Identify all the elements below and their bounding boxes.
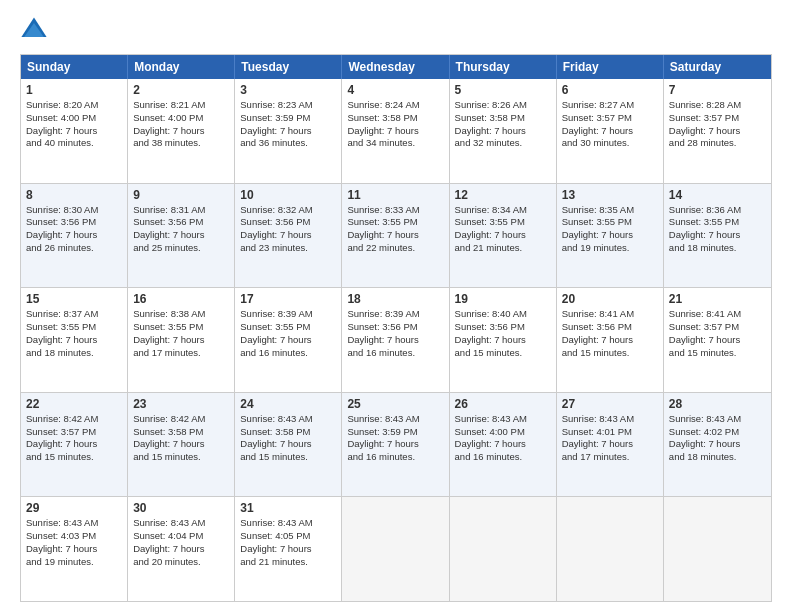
cell-line: and 19 minutes. <box>26 556 122 569</box>
day-number: 19 <box>455 292 551 306</box>
day-number: 22 <box>26 397 122 411</box>
day-cell-30: 30Sunrise: 8:43 AMSunset: 4:04 PMDayligh… <box>128 497 235 601</box>
day-number: 11 <box>347 188 443 202</box>
cell-line: Sunset: 3:55 PM <box>669 216 766 229</box>
day-cell-1: 1Sunrise: 8:20 AMSunset: 4:00 PMDaylight… <box>21 79 128 183</box>
calendar-body: 1Sunrise: 8:20 AMSunset: 4:00 PMDaylight… <box>21 79 771 601</box>
cell-line: and 23 minutes. <box>240 242 336 255</box>
cell-line: Sunset: 4:03 PM <box>26 530 122 543</box>
cell-line: Daylight: 7 hours <box>562 125 658 138</box>
day-cell-7: 7Sunrise: 8:28 AMSunset: 3:57 PMDaylight… <box>664 79 771 183</box>
day-cell-2: 2Sunrise: 8:21 AMSunset: 4:00 PMDaylight… <box>128 79 235 183</box>
day-cell-16: 16Sunrise: 8:38 AMSunset: 3:55 PMDayligh… <box>128 288 235 392</box>
day-cell-3: 3Sunrise: 8:23 AMSunset: 3:59 PMDaylight… <box>235 79 342 183</box>
header-day-sunday: Sunday <box>21 55 128 79</box>
day-cell-13: 13Sunrise: 8:35 AMSunset: 3:55 PMDayligh… <box>557 184 664 288</box>
cell-line: Sunrise: 8:43 AM <box>240 517 336 530</box>
calendar-row-4: 22Sunrise: 8:42 AMSunset: 3:57 PMDayligh… <box>21 392 771 497</box>
cell-line: Sunset: 3:56 PM <box>133 216 229 229</box>
header-day-thursday: Thursday <box>450 55 557 79</box>
day-number: 20 <box>562 292 658 306</box>
cell-line: Daylight: 7 hours <box>347 229 443 242</box>
cell-line: Sunset: 3:56 PM <box>26 216 122 229</box>
header-day-wednesday: Wednesday <box>342 55 449 79</box>
day-cell-17: 17Sunrise: 8:39 AMSunset: 3:55 PMDayligh… <box>235 288 342 392</box>
day-number: 12 <box>455 188 551 202</box>
cell-line: Sunrise: 8:28 AM <box>669 99 766 112</box>
cell-line: Sunrise: 8:43 AM <box>347 413 443 426</box>
day-number: 18 <box>347 292 443 306</box>
cell-line: and 25 minutes. <box>133 242 229 255</box>
cell-line: Daylight: 7 hours <box>347 125 443 138</box>
cell-line: and 15 minutes. <box>562 347 658 360</box>
cell-line: Daylight: 7 hours <box>133 438 229 451</box>
cell-line: Daylight: 7 hours <box>669 125 766 138</box>
cell-line: Sunset: 3:57 PM <box>26 426 122 439</box>
cell-line: and 26 minutes. <box>26 242 122 255</box>
cell-line: and 38 minutes. <box>133 137 229 150</box>
cell-line: Sunrise: 8:20 AM <box>26 99 122 112</box>
cell-line: Daylight: 7 hours <box>26 334 122 347</box>
day-number: 10 <box>240 188 336 202</box>
day-number: 9 <box>133 188 229 202</box>
cell-line: Sunset: 3:59 PM <box>347 426 443 439</box>
cell-line: and 16 minutes. <box>347 451 443 464</box>
cell-line: and 15 minutes. <box>669 347 766 360</box>
cell-line: Sunrise: 8:36 AM <box>669 204 766 217</box>
day-cell-12: 12Sunrise: 8:34 AMSunset: 3:55 PMDayligh… <box>450 184 557 288</box>
cell-line: Sunset: 3:58 PM <box>240 426 336 439</box>
day-number: 15 <box>26 292 122 306</box>
day-number: 4 <box>347 83 443 97</box>
cell-line: Sunrise: 8:43 AM <box>240 413 336 426</box>
day-cell-9: 9Sunrise: 8:31 AMSunset: 3:56 PMDaylight… <box>128 184 235 288</box>
header-day-saturday: Saturday <box>664 55 771 79</box>
cell-line: Daylight: 7 hours <box>347 438 443 451</box>
logo <box>20 16 52 44</box>
cell-line: and 15 minutes. <box>26 451 122 464</box>
cell-line: Sunrise: 8:33 AM <box>347 204 443 217</box>
cell-line: Sunset: 3:56 PM <box>455 321 551 334</box>
cell-line: Sunset: 3:57 PM <box>669 321 766 334</box>
cell-line: Sunrise: 8:34 AM <box>455 204 551 217</box>
cell-line: Sunset: 4:02 PM <box>669 426 766 439</box>
cell-line: Sunrise: 8:39 AM <box>240 308 336 321</box>
empty-cell <box>450 497 557 601</box>
day-cell-6: 6Sunrise: 8:27 AMSunset: 3:57 PMDaylight… <box>557 79 664 183</box>
cell-line: Sunrise: 8:43 AM <box>26 517 122 530</box>
cell-line: Daylight: 7 hours <box>562 438 658 451</box>
empty-cell <box>342 497 449 601</box>
cell-line: and 18 minutes. <box>669 451 766 464</box>
cell-line: and 18 minutes. <box>669 242 766 255</box>
cell-line: Daylight: 7 hours <box>133 334 229 347</box>
day-cell-27: 27Sunrise: 8:43 AMSunset: 4:01 PMDayligh… <box>557 393 664 497</box>
cell-line: Sunset: 3:55 PM <box>562 216 658 229</box>
day-cell-5: 5Sunrise: 8:26 AMSunset: 3:58 PMDaylight… <box>450 79 557 183</box>
day-number: 17 <box>240 292 336 306</box>
cell-line: Daylight: 7 hours <box>455 125 551 138</box>
cell-line: and 16 minutes. <box>240 347 336 360</box>
cell-line: Sunrise: 8:41 AM <box>562 308 658 321</box>
empty-cell <box>557 497 664 601</box>
cell-line: and 22 minutes. <box>347 242 443 255</box>
day-cell-14: 14Sunrise: 8:36 AMSunset: 3:55 PMDayligh… <box>664 184 771 288</box>
day-number: 21 <box>669 292 766 306</box>
cell-line: Daylight: 7 hours <box>669 334 766 347</box>
cell-line: Daylight: 7 hours <box>133 543 229 556</box>
cell-line: Sunrise: 8:31 AM <box>133 204 229 217</box>
day-number: 24 <box>240 397 336 411</box>
day-cell-19: 19Sunrise: 8:40 AMSunset: 3:56 PMDayligh… <box>450 288 557 392</box>
cell-line: Daylight: 7 hours <box>562 334 658 347</box>
day-cell-8: 8Sunrise: 8:30 AMSunset: 3:56 PMDaylight… <box>21 184 128 288</box>
cell-line: and 18 minutes. <box>26 347 122 360</box>
header-day-monday: Monday <box>128 55 235 79</box>
cell-line: and 21 minutes. <box>240 556 336 569</box>
calendar-row-3: 15Sunrise: 8:37 AMSunset: 3:55 PMDayligh… <box>21 287 771 392</box>
day-number: 2 <box>133 83 229 97</box>
cell-line: Sunset: 3:55 PM <box>26 321 122 334</box>
cell-line: Sunset: 3:58 PM <box>455 112 551 125</box>
cell-line: Sunset: 3:56 PM <box>347 321 443 334</box>
cell-line: Sunset: 3:55 PM <box>347 216 443 229</box>
cell-line: Sunset: 3:58 PM <box>133 426 229 439</box>
cell-line: Sunset: 4:04 PM <box>133 530 229 543</box>
cell-line: Sunrise: 8:32 AM <box>240 204 336 217</box>
